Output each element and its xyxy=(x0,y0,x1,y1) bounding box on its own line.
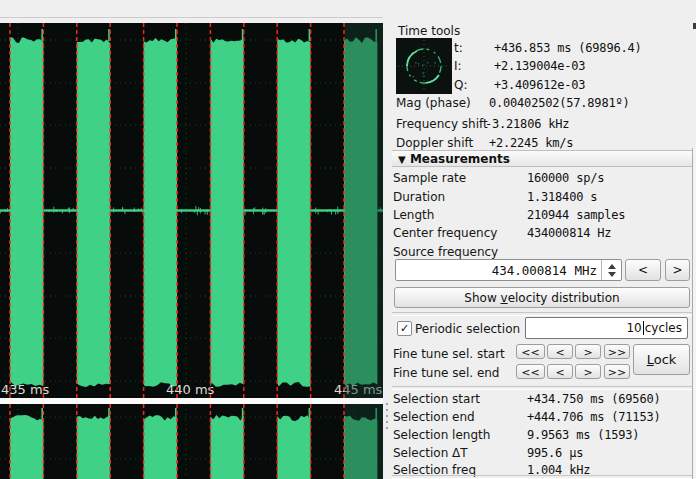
periodic-selection-checkbox[interactable]: ✓ xyxy=(397,321,412,336)
selection-end-value: +444.706 ms (71153) xyxy=(527,410,660,424)
fine-end-rewind-button[interactable]: << xyxy=(516,364,545,379)
q-label: Q: xyxy=(454,78,468,92)
q-value: +3.409612e-03 xyxy=(494,78,585,92)
frequency-spinbox-value: 434.000814 MHz xyxy=(492,263,597,278)
selection-delta-t-label: Selection ΔT xyxy=(393,446,468,460)
doppler-shift-value: +2.2245 km/s xyxy=(489,136,573,150)
pane-splitter[interactable] xyxy=(383,0,392,479)
svg-text:440 ms: 440 ms xyxy=(166,382,215,397)
fine-start-back-button[interactable]: < xyxy=(547,344,573,359)
t-label: t: xyxy=(454,41,463,55)
fine-start-rewind-button[interactable]: << xyxy=(516,344,545,359)
length-value: 210944 samples xyxy=(527,208,625,222)
doppler-shift-label: Doppler shift xyxy=(396,136,473,150)
waveform-panel-secondary[interactable] xyxy=(0,404,383,479)
frequency-shift-value: -3.21806 kHz xyxy=(485,117,569,131)
fine-end-back-button[interactable]: < xyxy=(547,364,573,379)
t-value: +436.853 ms (69896.4) xyxy=(494,41,642,55)
frequency-next-button[interactable]: > xyxy=(665,259,690,281)
selection-delta-t-value: 995.6 µs xyxy=(527,446,583,460)
frequency-shift-label: Frequency shift xyxy=(396,117,488,131)
length-label: Length xyxy=(393,208,434,222)
fine-start-fastforward-button[interactable]: >> xyxy=(604,344,630,359)
duration-value: 1.318400 s xyxy=(527,190,597,204)
separator xyxy=(392,475,692,479)
source-frequency-label: Source frequency xyxy=(393,245,498,259)
separator xyxy=(392,386,692,390)
collapse-arrow-icon[interactable]: ▼ xyxy=(398,154,406,165)
sample-rate-label: Sample rate xyxy=(393,171,466,185)
fine-tune-start-label: Fine tune sel. start xyxy=(393,347,505,361)
i-value: +2.139004e-03 xyxy=(494,59,585,73)
splitter-handle-icon[interactable] xyxy=(386,403,389,431)
text-caret xyxy=(643,321,644,335)
fine-end-fastforward-button[interactable]: >> xyxy=(604,364,630,379)
measurements-header-label: Measurements xyxy=(410,152,510,166)
frequency-prev-button[interactable]: < xyxy=(625,259,661,281)
selection-length-label: Selection length xyxy=(393,428,490,442)
separator xyxy=(392,312,692,316)
svg-text:435 ms: 435 ms xyxy=(1,382,50,397)
sample-rate-value: 160000 sp/s xyxy=(527,171,604,185)
mag-phase-value: 0.00402502(57.8981º) xyxy=(489,96,630,110)
lock-button[interactable]: Lock xyxy=(633,344,690,375)
fine-end-forward-button[interactable]: > xyxy=(575,364,601,379)
spin-down-icon[interactable] xyxy=(608,272,616,277)
measurements-section-header[interactable]: ▼ Measurements xyxy=(392,150,692,167)
duration-label: Duration xyxy=(393,190,445,204)
time-tools-title: Time tools xyxy=(398,24,460,38)
checkmark-icon: ✓ xyxy=(400,323,409,334)
selection-start-value: +434.750 ms (69560) xyxy=(527,392,660,406)
fine-start-forward-button[interactable]: > xyxy=(575,344,601,359)
selection-end-label: Selection end xyxy=(393,410,475,424)
mag-phase-label: Mag (phase) xyxy=(396,96,471,110)
frequency-spinbox-arrows[interactable] xyxy=(601,260,621,280)
frequency-spinbox[interactable]: 434.000814 MHz xyxy=(395,259,622,281)
waveform-panel-main[interactable]: 435 ms440 ms445 ms xyxy=(0,23,383,398)
iq-constellation-display xyxy=(396,38,452,94)
spin-up-icon[interactable] xyxy=(608,264,616,269)
selection-length-value: 9.9563 ms (1593) xyxy=(527,428,639,442)
show-velocity-distribution-button[interactable]: Show velocity distribution xyxy=(394,287,690,308)
center-frequency-value: 434000814 Hz xyxy=(527,226,611,240)
i-label: I: xyxy=(454,59,462,73)
cycles-input[interactable]: 10 cycles xyxy=(525,317,688,339)
time-tools-panel: Time tools t: +436.853 ms (69896.4) I: +… xyxy=(392,0,696,479)
cycles-suffix: cycles xyxy=(645,321,682,335)
center-frequency-label: Center frequency xyxy=(393,226,497,240)
fine-tune-end-label: Fine tune sel. end xyxy=(393,366,499,380)
selection-start-label: Selection start xyxy=(393,392,480,406)
cycles-value: 10 xyxy=(626,321,641,335)
periodic-selection-label: Periodic selection xyxy=(415,322,520,336)
